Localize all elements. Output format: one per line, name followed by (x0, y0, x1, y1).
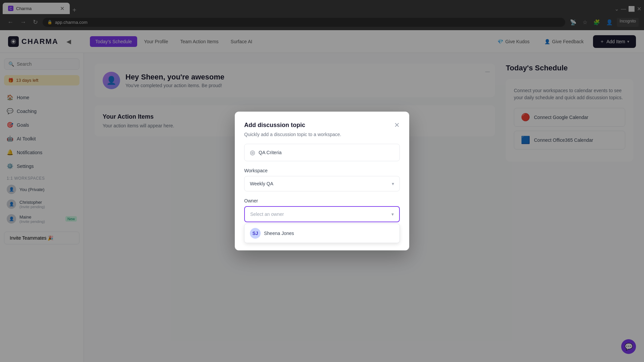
workspace-dropdown-value: Weekly QA (250, 181, 273, 186)
owner-dropdown-list: SJ Sheena Jones (244, 224, 400, 243)
modal-overlay[interactable]: Add discussion topic ✕ Quickly add a dis… (0, 0, 644, 362)
owner-field-container: Select an owner ▾ SJ Sheena Jones (244, 206, 400, 222)
modal-title: Add discussion topic (244, 122, 305, 129)
workspace-chevron-icon: ▾ (392, 181, 394, 186)
modal-close-button[interactable]: ✕ (394, 121, 400, 129)
modal-header: Add discussion topic ✕ (244, 121, 400, 129)
owner-chevron-icon: ▾ (391, 212, 394, 217)
topic-check-icon: ◎ (250, 149, 255, 156)
owner-name-sheena: Sheena Jones (264, 231, 294, 236)
topic-input-field[interactable]: ◎ QA Criteria (244, 144, 400, 161)
modal-subtitle: Quickly add a discussion topic to a work… (244, 132, 400, 137)
add-discussion-topic-modal: Add discussion topic ✕ Quickly add a dis… (235, 112, 409, 250)
owner-dropdown[interactable]: Select an owner ▾ (244, 206, 400, 222)
workspace-label: Workspace (244, 168, 400, 173)
workspace-dropdown[interactable]: Weekly QA ▾ (244, 176, 400, 191)
topic-text-value: QA Criteria (259, 150, 281, 155)
owner-label: Owner (244, 198, 400, 203)
owner-item-sheena[interactable]: SJ Sheena Jones (245, 224, 399, 243)
owner-placeholder: Select an owner (250, 212, 284, 217)
owner-avatar-sheena: SJ (250, 228, 261, 239)
